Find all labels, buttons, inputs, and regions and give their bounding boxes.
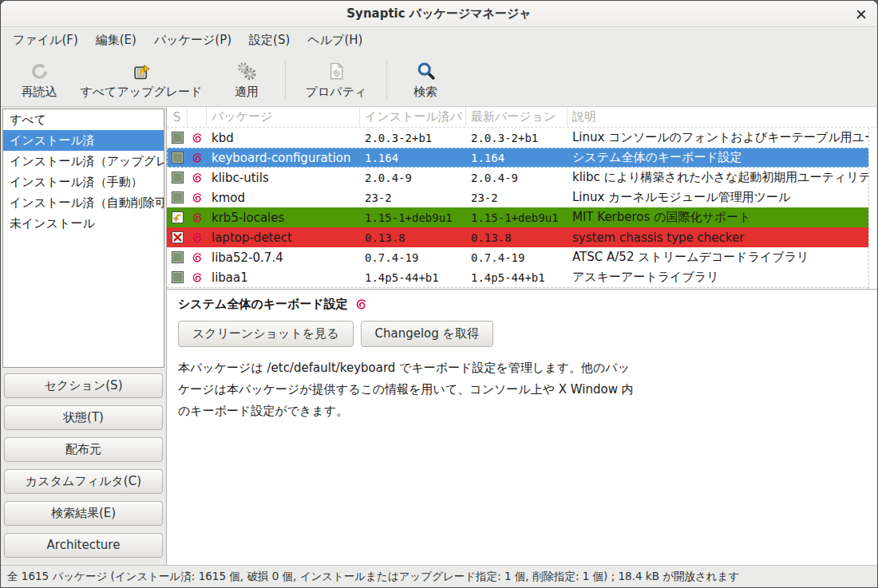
filter-item-installed-autoremovable[interactable]: インストール済（自動削除可 [3, 192, 164, 213]
latest-version: 2.0.4-9 [466, 168, 568, 187]
installed-version: 23-2 [360, 187, 466, 207]
properties-label: プロパティ [306, 85, 367, 100]
status-installed-icon[interactable] [172, 152, 184, 164]
search-button[interactable]: 検索 [394, 57, 457, 103]
package-name: laptop-detect [207, 227, 360, 247]
package-description: MIT Kerberos の国際化サポート [568, 207, 877, 227]
filter-item-installed-manual[interactable]: インストール済（手動） [3, 172, 164, 192]
architecture-button[interactable]: Architecture [4, 533, 163, 558]
header-installed-version[interactable]: インストール済バ [360, 107, 466, 127]
status-installed-icon[interactable] [172, 271, 184, 283]
package-description: ATSC A/52 ストリームデコードライブラリ [568, 247, 877, 267]
package-name: liba52-0.7.4 [207, 247, 360, 267]
custom-filters-button[interactable]: カスタムフィルタ(C) [4, 469, 163, 494]
table-row[interactable]: klibc-utils 2.0.4-9 2.0.4-9 klibc により構築さ… [167, 168, 877, 187]
latest-version: 1.15-1+deb9u1 [466, 207, 568, 227]
detail-title-text: システム全体のキーボード設定 [178, 297, 348, 312]
latest-version: 0.7.4-19 [466, 247, 568, 267]
upgrade-all-label: すべてアップグレード [80, 85, 202, 100]
header-description[interactable]: 説明 [568, 107, 877, 127]
apply-button[interactable]: 適用 [215, 57, 279, 103]
sidebar: すべて インストール済 インストール済（アップグレ インストール済（手動） イン… [1, 107, 167, 565]
table-row-marked-removal[interactable]: laptop-detect 0.13.8 0.13.8 system chass… [167, 227, 877, 247]
toolbar: 再読込 すべてアップグレード 適用 プロパティ 検索 [1, 53, 877, 107]
status-installed-icon[interactable] [172, 251, 184, 263]
statusbar: 全 1615 パッケージ (インストール済: 1615 個, 破損 0 個, イ… [1, 565, 877, 587]
debian-swirl-icon [188, 168, 207, 187]
filter-item-installed-upgradable[interactable]: インストール済（アップグレ [3, 151, 164, 172]
package-description: システム全体のキーボード設定 [568, 148, 877, 168]
header-status[interactable]: S [167, 107, 188, 127]
installed-version: 2.0.4-9 [360, 168, 466, 187]
latest-version: 23-2 [466, 187, 568, 207]
debian-swirl-icon [188, 227, 207, 247]
latest-version: 2.0.3-2+b1 [466, 128, 568, 148]
header-package[interactable]: パッケージ [207, 107, 360, 127]
package-pane: S パッケージ インストール済バ 最新バージョン 説明 kbd 2.0.3-2+… [167, 107, 877, 565]
package-description: system chassis type checker [568, 227, 877, 247]
apply-gears-icon [236, 61, 258, 82]
debian-swirl-icon [188, 207, 207, 227]
installed-version: 1.4p5-44+b1 [360, 267, 466, 287]
table-scrollbar[interactable] [868, 128, 877, 289]
header-latest-version[interactable]: 最新バージョン [466, 107, 568, 127]
debian-swirl-icon [188, 247, 207, 267]
table-row-marked-reinstall[interactable]: krb5-locales 1.15-1+deb9u1 1.15-1+deb9u1… [167, 207, 877, 227]
close-icon[interactable] [853, 6, 869, 22]
menu-settings[interactable]: 設定(S) [240, 27, 299, 53]
package-table: S パッケージ インストール済バ 最新バージョン 説明 kbd 2.0.3-2+… [167, 107, 877, 290]
menu-edit[interactable]: 編集(E) [87, 27, 145, 53]
status-installed-icon[interactable] [172, 132, 184, 144]
package-name: keyboard-configuration [207, 148, 360, 168]
package-description: Linux カーネルモジュール管理用ツール [568, 187, 877, 207]
origin-button[interactable]: 配布元 [4, 437, 163, 462]
status-installed-icon[interactable] [172, 191, 184, 203]
window-title: Synaptic パッケージマネージャ [346, 6, 531, 22]
get-changelog-button[interactable]: Changelog を取得 [361, 321, 493, 347]
refresh-icon [29, 61, 50, 82]
package-name: krb5-locales [207, 207, 360, 227]
installed-version: 2.0.3-2+b1 [360, 128, 466, 148]
upgrade-all-button[interactable]: すべてアップグレード [77, 57, 205, 103]
debian-swirl-icon [188, 267, 207, 287]
menu-file[interactable]: ファイル(F) [4, 27, 87, 53]
detail-description-line: のキーボード設定ができます。 [178, 401, 866, 422]
view-screenshot-button[interactable]: スクリーンショットを見る [178, 321, 354, 347]
filter-item-installed[interactable]: インストール済 [3, 130, 164, 151]
status-reinstall-icon[interactable] [172, 211, 184, 223]
detail-description-line: ケージは本パッケージが提供するこの情報を用いて、コンソール上や X Window… [178, 379, 866, 401]
filter-item-not-installed[interactable]: 未インストール [3, 213, 164, 234]
status-removal-icon[interactable] [172, 231, 184, 243]
menubar: ファイル(F) 編集(E) パッケージ(P) 設定(S) ヘルプ(H) [1, 27, 877, 53]
table-row[interactable]: kmod 23-2 23-2 Linux カーネルモジュール管理用ツール [167, 187, 877, 207]
package-name: libaa1 [207, 267, 360, 287]
package-description: klibc により構築された小さな起動初期用ユーティリティ [568, 168, 877, 187]
package-description: アスキーアートライブラリ [568, 267, 877, 287]
filter-item-all[interactable]: すべて [3, 109, 164, 130]
main-area: すべて インストール済 インストール済（アップグレ インストール済（手動） イン… [1, 107, 877, 565]
reload-button[interactable]: 再読込 [7, 57, 71, 103]
properties-document-icon [326, 61, 347, 82]
sections-button[interactable]: セクション(S) [4, 373, 163, 398]
table-row[interactable]: libaa1 1.4p5-44+b1 1.4p5-44+b1 アスキーアートライ… [167, 267, 877, 287]
table-row-selected[interactable]: keyboard-configuration 1.164 1.164 システム全… [167, 148, 877, 168]
properties-button[interactable]: プロパティ [292, 57, 380, 103]
table-row[interactable]: liba52-0.7.4 0.7.4-19 0.7.4-19 ATSC A/52… [167, 247, 877, 267]
package-name: kbd [207, 128, 360, 148]
details-panel: システム全体のキーボード設定 スクリーンショットを見る Changelog を取… [167, 290, 877, 565]
header-badge[interactable] [188, 107, 207, 127]
menu-package[interactable]: パッケージ(P) [145, 27, 240, 53]
package-name: klibc-utils [207, 168, 360, 187]
statusbar-text: 全 1615 パッケージ (インストール済: 1615 個, 破損 0 個, イ… [7, 570, 739, 584]
search-results-button[interactable]: 検索結果(E) [4, 501, 163, 526]
menu-help[interactable]: ヘルプ(H) [299, 27, 371, 53]
filter-list: すべて インストール済 インストール済（アップグレ インストール済（手動） イン… [2, 109, 164, 368]
upgrade-all-icon [131, 61, 152, 82]
latest-version: 0.13.8 [466, 227, 568, 247]
toolbar-separator [386, 60, 387, 100]
table-row[interactable]: kbd 2.0.3-2+b1 2.0.3-2+b1 Linux コンソールのフォ… [167, 128, 877, 148]
status-button[interactable]: 状態(T) [4, 405, 163, 430]
synaptic-window: Synaptic パッケージマネージャ ファイル(F) 編集(E) パッケージ(… [0, 0, 878, 588]
latest-version: 1.4p5-44+b1 [466, 267, 568, 287]
status-installed-icon[interactable] [172, 172, 184, 184]
